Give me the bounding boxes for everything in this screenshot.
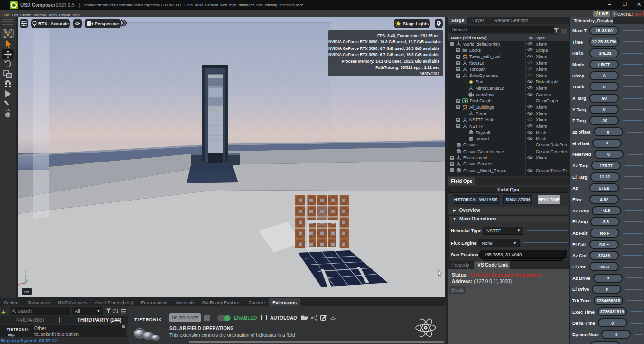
svg-text:cm: cm: [24, 290, 29, 294]
svg-text:X: X: [18, 283, 20, 287]
svg-text:Y: Y: [24, 270, 27, 275]
